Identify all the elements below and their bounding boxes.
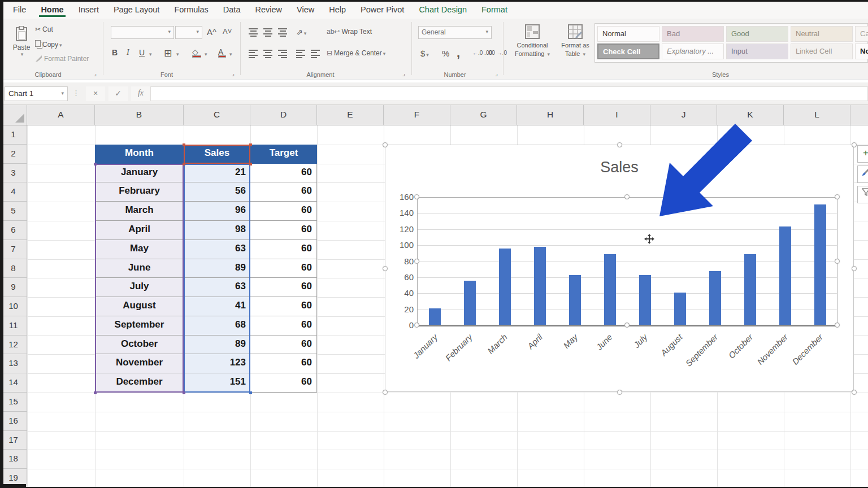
- row-header-5[interactable]: 5: [0, 202, 27, 221]
- format-as-table-button[interactable]: Format as Table ▾: [557, 24, 593, 58]
- orientation-button[interactable]: ⇗▾: [296, 28, 306, 37]
- column-header-K[interactable]: K: [717, 105, 784, 125]
- chart-selection-handle[interactable]: [617, 390, 622, 395]
- cell-target-february[interactable]: 60: [250, 182, 317, 202]
- align-left-button[interactable]: [249, 48, 258, 60]
- column-header-H[interactable]: H: [517, 105, 584, 125]
- row-header-4[interactable]: 4: [0, 182, 27, 202]
- conditional-formatting-dropdown[interactable]: ▾: [548, 51, 550, 57]
- tab-review[interactable]: Review: [248, 2, 289, 19]
- bar-september[interactable]: [709, 271, 721, 325]
- tab-home[interactable]: Home: [33, 2, 71, 19]
- cell-target-october[interactable]: 60: [250, 336, 317, 355]
- cell-month-august[interactable]: August: [95, 297, 184, 316]
- number-dialog-launcher[interactable]: ⌟: [495, 70, 498, 77]
- column-header-F[interactable]: F: [384, 105, 450, 125]
- font-dialog-launcher[interactable]: ⌟: [232, 70, 235, 77]
- tab-view[interactable]: View: [289, 2, 322, 19]
- formula-bar-grip[interactable]: ⋮: [72, 89, 80, 97]
- style-explanatory-[interactable]: Explanatory ...: [662, 43, 724, 59]
- chart-title[interactable]: Sales: [385, 159, 853, 176]
- increase-indent-button[interactable]: [311, 48, 320, 60]
- plot-area-selection-handle[interactable]: [624, 194, 630, 199]
- font-size-dropdown[interactable]: ▾: [196, 29, 199, 34]
- row-header-11[interactable]: 11: [0, 316, 27, 336]
- cancel-button[interactable]: ×: [86, 86, 105, 101]
- alignment-dialog-launcher[interactable]: ⌟: [402, 70, 405, 77]
- plot-area-selection-handle[interactable]: [835, 259, 840, 264]
- row-header-1[interactable]: 1: [0, 125, 27, 145]
- cell-sales-september[interactable]: 68: [184, 316, 250, 336]
- tab-power-pivot[interactable]: Power Pivot: [353, 2, 411, 19]
- number-format-dropdown[interactable]: ▾: [485, 29, 488, 34]
- cell-sales-may[interactable]: 63: [184, 240, 250, 259]
- style-check-cell[interactable]: Check Cell: [597, 43, 659, 59]
- decrease-decimal-button[interactable]: .00 →.0: [487, 50, 507, 56]
- cell-sales-october[interactable]: 89: [184, 336, 250, 355]
- cell-target-may[interactable]: 60: [250, 240, 317, 259]
- cell-month-february[interactable]: February: [95, 182, 184, 202]
- row-header-7[interactable]: 7: [0, 240, 27, 259]
- sales-chart[interactable]: Sales 020406080100120140160JanuaryFebrua…: [385, 145, 854, 392]
- cell-sales-june[interactable]: 89: [184, 259, 250, 278]
- tab-file[interactable]: File: [6, 2, 33, 19]
- table-header-target[interactable]: Target: [250, 145, 317, 164]
- bar-december[interactable]: [814, 204, 826, 325]
- column-header-B[interactable]: B: [95, 105, 184, 125]
- borders-button[interactable]: ⊞: [164, 47, 172, 59]
- chart-elements-button[interactable]: +: [857, 145, 868, 163]
- row-header-8[interactable]: 8: [0, 259, 27, 278]
- shrink-font-button[interactable]: A˅: [223, 27, 232, 36]
- cell-sales-february[interactable]: 56: [184, 182, 250, 202]
- merge-center-button[interactable]: ⊟Merge & Center▾: [327, 49, 385, 57]
- comma-style-button[interactable]: ,: [457, 46, 460, 60]
- font-color-dropdown[interactable]: ▾: [229, 51, 232, 57]
- format-painter-button[interactable]: Format Painter: [35, 55, 89, 63]
- style-good[interactable]: Good: [726, 26, 788, 42]
- bar-july[interactable]: [639, 275, 651, 325]
- style-normal[interactable]: Normal: [597, 26, 659, 42]
- clipboard-dialog-launcher[interactable]: ⌟: [94, 70, 97, 77]
- cell-sales-march[interactable]: 96: [184, 202, 250, 221]
- middle-align-button[interactable]: [263, 27, 272, 38]
- plot-area-selection-handle[interactable]: [624, 323, 630, 328]
- row-header-15[interactable]: 15: [0, 393, 27, 412]
- cell-sales-january[interactable]: 21: [184, 164, 250, 183]
- align-right-button[interactable]: [278, 48, 287, 60]
- format-as-table-dropdown[interactable]: ▾: [583, 51, 585, 57]
- column-header-C[interactable]: C: [184, 105, 250, 125]
- cell-target-december[interactable]: 60: [250, 373, 317, 393]
- style-neutral[interactable]: Neutral: [791, 26, 853, 42]
- plot-area-selection-handle[interactable]: [414, 323, 419, 328]
- chart-styles-button[interactable]: [857, 165, 868, 183]
- style-input[interactable]: Input: [726, 43, 788, 59]
- cell-sales-december[interactable]: 151: [184, 373, 250, 393]
- cell-target-march[interactable]: 60: [250, 202, 317, 221]
- cell-target-april[interactable]: 60: [250, 221, 317, 240]
- bar-march[interactable]: [499, 249, 511, 325]
- wrap-text-button[interactable]: ab↩Wrap Text: [327, 28, 372, 36]
- insert-function-button[interactable]: fx: [131, 86, 150, 101]
- tab-insert[interactable]: Insert: [71, 2, 106, 19]
- chart-selection-handle[interactable]: [852, 390, 857, 395]
- cell-target-june[interactable]: 60: [250, 259, 317, 278]
- row-header-13[interactable]: 13: [0, 354, 27, 373]
- align-center-button[interactable]: [263, 48, 272, 60]
- cell-month-april[interactable]: April: [95, 221, 184, 240]
- row-header-2[interactable]: 2: [0, 145, 27, 164]
- style-ca[interactable]: Ca: [855, 26, 868, 42]
- table-header-month[interactable]: Month: [95, 145, 184, 164]
- paste-dropdown[interactable]: ▾: [11, 51, 33, 57]
- cell-month-january[interactable]: January: [95, 164, 184, 183]
- chart-selection-handle[interactable]: [852, 142, 857, 147]
- cell-sales-april[interactable]: 98: [184, 221, 250, 240]
- tab-data[interactable]: Data: [216, 2, 248, 19]
- bar-may[interactable]: [569, 275, 581, 325]
- row-header-3[interactable]: 3: [0, 164, 27, 183]
- tab-chart-design[interactable]: Chart Design: [411, 2, 474, 19]
- column-header-D[interactable]: D: [250, 105, 317, 125]
- fill-color-dropdown[interactable]: ▾: [205, 51, 207, 57]
- bar-october[interactable]: [744, 254, 756, 325]
- cell-month-december[interactable]: December: [95, 373, 184, 393]
- bar-june[interactable]: [604, 254, 616, 325]
